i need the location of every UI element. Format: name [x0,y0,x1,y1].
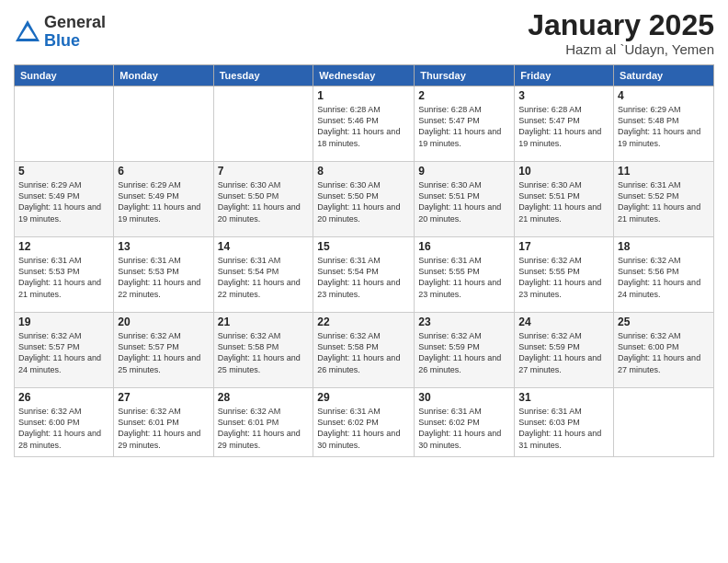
day-header-monday: Monday [114,65,213,86]
logo: General Blue [14,14,106,51]
day-number: 3 [518,89,609,102]
page: General Blue January 2025 Hazm al `Udayn… [0,0,728,563]
calendar-cell: 1Sunrise: 6:28 AM Sunset: 5:46 PM Daylig… [313,86,415,162]
day-info: Sunrise: 6:31 AM Sunset: 5:55 PM Dayligh… [418,255,510,300]
day-number: 13 [118,240,209,253]
calendar-cell: 17Sunrise: 6:32 AM Sunset: 5:55 PM Dayli… [515,237,614,313]
calendar-cell: 7Sunrise: 6:30 AM Sunset: 5:50 PM Daylig… [213,162,313,237]
day-info: Sunrise: 6:32 AM Sunset: 5:58 PM Dayligh… [317,330,410,375]
day-info: Sunrise: 6:31 AM Sunset: 5:53 PM Dayligh… [118,255,209,300]
calendar-cell: 19Sunrise: 6:32 AM Sunset: 5:57 PM Dayli… [15,313,114,388]
day-info: Sunrise: 6:31 AM Sunset: 6:02 PM Dayligh… [317,406,410,451]
day-info: Sunrise: 6:29 AM Sunset: 5:49 PM Dayligh… [18,179,109,224]
calendar-cell [114,86,213,162]
day-number: 12 [18,240,109,253]
day-info: Sunrise: 6:31 AM Sunset: 5:52 PM Dayligh… [618,179,710,224]
calendar-cell: 8Sunrise: 6:30 AM Sunset: 5:50 PM Daylig… [313,162,415,237]
calendar-cell: 24Sunrise: 6:32 AM Sunset: 5:59 PM Dayli… [515,313,614,388]
day-number: 24 [518,316,609,328]
day-header-saturday: Saturday [614,65,714,86]
day-header-wednesday: Wednesday [313,65,415,86]
day-number: 4 [618,89,710,102]
calendar-cell: 25Sunrise: 6:32 AM Sunset: 6:00 PM Dayli… [614,313,714,388]
day-info: Sunrise: 6:32 AM Sunset: 5:57 PM Dayligh… [18,330,109,375]
month-title: January 2025 [528,9,714,41]
day-number: 25 [618,316,710,328]
day-info: Sunrise: 6:31 AM Sunset: 6:03 PM Dayligh… [518,406,609,451]
day-header-friday: Friday [515,65,614,86]
logo-general: General [44,14,106,32]
day-number: 17 [518,240,609,253]
day-number: 14 [218,240,310,253]
day-number: 21 [218,316,310,328]
calendar-cell [614,388,714,457]
calendar-cell: 26Sunrise: 6:32 AM Sunset: 6:00 PM Dayli… [15,388,114,457]
calendar-cell [213,86,313,162]
calendar-header-row: SundayMondayTuesdayWednesdayThursdayFrid… [15,65,714,86]
calendar-cell: 13Sunrise: 6:31 AM Sunset: 5:53 PM Dayli… [114,237,213,313]
calendar-cell: 12Sunrise: 6:31 AM Sunset: 5:53 PM Dayli… [15,237,114,313]
day-info: Sunrise: 6:32 AM Sunset: 5:58 PM Dayligh… [218,330,310,375]
day-info: Sunrise: 6:30 AM Sunset: 5:51 PM Dayligh… [418,179,510,224]
day-header-thursday: Thursday [415,65,515,86]
day-info: Sunrise: 6:32 AM Sunset: 5:57 PM Dayligh… [118,330,209,375]
calendar-cell: 2Sunrise: 6:28 AM Sunset: 5:47 PM Daylig… [415,86,515,162]
day-info: Sunrise: 6:31 AM Sunset: 5:54 PM Dayligh… [317,255,410,300]
day-number: 27 [118,391,209,404]
location: Hazm al `Udayn, Yemen [528,41,714,57]
day-info: Sunrise: 6:28 AM Sunset: 5:46 PM Dayligh… [317,104,410,149]
day-number: 2 [418,89,510,102]
day-info: Sunrise: 6:30 AM Sunset: 5:51 PM Dayligh… [518,179,609,224]
day-number: 20 [118,316,209,328]
calendar-cell: 21Sunrise: 6:32 AM Sunset: 5:58 PM Dayli… [213,313,313,388]
day-info: Sunrise: 6:32 AM Sunset: 5:56 PM Dayligh… [618,255,710,300]
day-number: 30 [418,391,510,404]
day-number: 29 [317,391,410,404]
calendar-cell: 6Sunrise: 6:29 AM Sunset: 5:49 PM Daylig… [114,162,213,237]
calendar-cell: 28Sunrise: 6:32 AM Sunset: 6:01 PM Dayli… [213,388,313,457]
day-number: 6 [118,165,209,178]
calendar-cell: 29Sunrise: 6:31 AM Sunset: 6:02 PM Dayli… [313,388,415,457]
day-info: Sunrise: 6:29 AM Sunset: 5:48 PM Dayligh… [618,104,710,149]
day-header-sunday: Sunday [15,65,114,86]
day-number: 19 [18,316,109,328]
day-info: Sunrise: 6:32 AM Sunset: 6:00 PM Dayligh… [18,406,109,451]
day-number: 22 [317,316,410,328]
day-number: 26 [18,391,109,404]
calendar-cell: 20Sunrise: 6:32 AM Sunset: 5:57 PM Dayli… [114,313,213,388]
header: General Blue January 2025 Hazm al `Udayn… [14,9,714,57]
calendar-cell: 30Sunrise: 6:31 AM Sunset: 6:02 PM Dayli… [415,388,515,457]
day-info: Sunrise: 6:28 AM Sunset: 5:47 PM Dayligh… [418,104,510,149]
logo-icon [14,18,41,46]
day-number: 8 [317,165,410,178]
day-header-tuesday: Tuesday [213,65,313,86]
day-number: 9 [418,165,510,178]
calendar-table: SundayMondayTuesdayWednesdayThursdayFrid… [14,64,714,457]
calendar-cell: 18Sunrise: 6:32 AM Sunset: 5:56 PM Dayli… [614,237,714,313]
calendar-cell: 23Sunrise: 6:32 AM Sunset: 5:59 PM Dayli… [415,313,515,388]
calendar-cell: 11Sunrise: 6:31 AM Sunset: 5:52 PM Dayli… [614,162,714,237]
day-number: 10 [518,165,609,178]
calendar-cell: 3Sunrise: 6:28 AM Sunset: 5:47 PM Daylig… [515,86,614,162]
day-info: Sunrise: 6:32 AM Sunset: 6:00 PM Dayligh… [618,330,710,375]
calendar-cell: 9Sunrise: 6:30 AM Sunset: 5:51 PM Daylig… [415,162,515,237]
calendar-cell: 31Sunrise: 6:31 AM Sunset: 6:03 PM Dayli… [515,388,614,457]
day-number: 28 [218,391,310,404]
day-number: 5 [18,165,109,178]
calendar-cell: 27Sunrise: 6:32 AM Sunset: 6:01 PM Dayli… [114,388,213,457]
calendar-cell: 14Sunrise: 6:31 AM Sunset: 5:54 PM Dayli… [213,237,313,313]
calendar-cell: 10Sunrise: 6:30 AM Sunset: 5:51 PM Dayli… [515,162,614,237]
calendar-cell: 16Sunrise: 6:31 AM Sunset: 5:55 PM Dayli… [415,237,515,313]
day-info: Sunrise: 6:32 AM Sunset: 6:01 PM Dayligh… [118,406,209,451]
calendar-cell: 4Sunrise: 6:29 AM Sunset: 5:48 PM Daylig… [614,86,714,162]
day-info: Sunrise: 6:32 AM Sunset: 5:55 PM Dayligh… [518,255,609,300]
day-info: Sunrise: 6:30 AM Sunset: 5:50 PM Dayligh… [218,179,310,224]
day-info: Sunrise: 6:32 AM Sunset: 6:01 PM Dayligh… [218,406,310,451]
logo-text: General Blue [44,14,106,51]
day-info: Sunrise: 6:29 AM Sunset: 5:49 PM Dayligh… [118,179,209,224]
day-number: 7 [218,165,310,178]
day-info: Sunrise: 6:30 AM Sunset: 5:50 PM Dayligh… [317,179,410,224]
calendar-cell: 15Sunrise: 6:31 AM Sunset: 5:54 PM Dayli… [313,237,415,313]
day-info: Sunrise: 6:32 AM Sunset: 5:59 PM Dayligh… [518,330,609,375]
day-number: 18 [618,240,710,253]
